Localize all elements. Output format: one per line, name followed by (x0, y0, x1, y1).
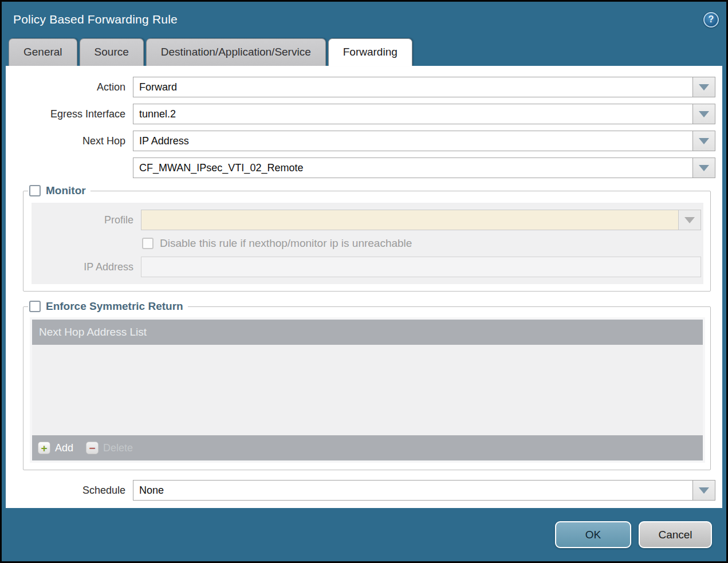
action-row: Action Forward (11, 77, 715, 97)
chevron-down-icon (699, 165, 709, 171)
schedule-dropdown-trigger[interactable] (693, 480, 715, 501)
next-hop-address-row: CF_MWAN_IPsec_VTI_02_Remote (11, 158, 715, 178)
next-hop-address-select[interactable]: CF_MWAN_IPsec_VTI_02_Remote (133, 158, 715, 178)
tab-source[interactable]: Source (80, 38, 144, 66)
monitor-ip-label: IP Address (34, 261, 141, 273)
monitor-panel: Profile Disable this rule if nexthop/mon… (32, 203, 703, 284)
dialog-title: Policy Based Forwarding Rule (13, 13, 178, 26)
schedule-value[interactable]: None (133, 480, 693, 501)
next-hop-address-list-table: Next Hop Address List + Add − Delete (32, 320, 703, 460)
profile-row: Profile (34, 210, 701, 230)
enforce-symmetric-return-fieldset: Enforce Symmetric Return Next Hop Addres… (23, 300, 711, 470)
tab-forwarding[interactable]: Forwarding (328, 38, 412, 66)
action-value[interactable]: Forward (133, 77, 693, 97)
disable-rule-label: Disable this rule if nexthop/monitor ip … (160, 237, 412, 250)
ok-button[interactable]: OK (555, 521, 631, 548)
help-button[interactable]: ? (703, 12, 719, 27)
next-hop-type-value[interactable]: IP Address (133, 131, 693, 151)
enforce-symmetric-return-legend-label: Enforce Symmetric Return (46, 300, 183, 313)
schedule-label: Schedule (11, 485, 133, 497)
next-hop-address-list-header: Next Hop Address List (32, 320, 703, 345)
dialog-footer: OK Cancel (2, 508, 726, 561)
add-plus-icon: + (38, 442, 50, 454)
help-icon: ? (709, 14, 714, 25)
profile-value (141, 210, 679, 230)
monitor-legend: Monitor (28, 184, 90, 197)
tab-destination-application-service[interactable]: Destination/Application/Service (146, 38, 326, 66)
forwarding-tab-panel: Action Forward Egress Interface tunnel.2… (6, 66, 722, 508)
add-button[interactable]: + Add (38, 442, 73, 454)
delete-minus-icon: − (86, 442, 99, 454)
pbf-rule-dialog: Policy Based Forwarding Rule ? General S… (0, 0, 728, 563)
profile-label: Profile (34, 214, 141, 226)
disable-rule-checkbox (142, 238, 154, 249)
enforce-symmetric-return-checkbox[interactable] (29, 301, 41, 312)
next-hop-address-list-header-label: Next Hop Address List (39, 326, 147, 338)
next-hop-address-value[interactable]: CF_MWAN_IPsec_VTI_02_Remote (133, 158, 693, 178)
tab-general[interactable]: General (9, 38, 77, 66)
profile-select (141, 210, 701, 230)
profile-dropdown-trigger (679, 210, 701, 230)
enforce-symmetric-return-legend: Enforce Symmetric Return (28, 300, 188, 313)
egress-interface-dropdown-trigger[interactable] (693, 104, 715, 124)
egress-interface-label: Egress Interface (11, 108, 133, 120)
chevron-down-icon (684, 217, 695, 223)
action-select[interactable]: Forward (133, 77, 715, 97)
action-dropdown-trigger[interactable] (693, 77, 715, 97)
next-hop-row: Next Hop IP Address (11, 131, 715, 151)
tab-bar: General Source Destination/Application/S… (2, 37, 726, 66)
next-hop-address-list-toolbar: + Add − Delete (32, 435, 703, 460)
add-button-label: Add (55, 442, 73, 454)
chevron-down-icon (699, 138, 709, 144)
next-hop-type-select[interactable]: IP Address (133, 131, 715, 151)
monitor-checkbox[interactable] (29, 185, 41, 196)
delete-button: − Delete (86, 442, 133, 454)
chevron-down-icon (699, 487, 709, 494)
chevron-down-icon (699, 84, 709, 90)
next-hop-label: Next Hop (11, 135, 133, 147)
next-hop-type-dropdown-trigger[interactable] (693, 131, 715, 151)
schedule-select[interactable]: None (133, 480, 715, 501)
disable-rule-row: Disable this rule if nexthop/monitor ip … (142, 237, 701, 250)
next-hop-address-list-body[interactable] (32, 345, 703, 435)
monitor-fieldset: Monitor Profile Disable this rule if nex… (23, 184, 711, 292)
monitor-ip-input (141, 257, 701, 277)
next-hop-address-dropdown-trigger[interactable] (693, 158, 715, 178)
cancel-button[interactable]: Cancel (639, 521, 712, 548)
delete-button-label: Delete (103, 442, 133, 454)
egress-interface-value[interactable]: tunnel.2 (133, 104, 693, 124)
monitor-ip-row: IP Address (34, 257, 701, 277)
egress-interface-row: Egress Interface tunnel.2 (11, 104, 715, 124)
action-label: Action (11, 81, 133, 93)
schedule-row: Schedule None (11, 480, 715, 501)
dialog-titlebar: Policy Based Forwarding Rule ? (2, 2, 726, 37)
monitor-legend-label: Monitor (46, 184, 86, 197)
chevron-down-icon (699, 111, 709, 117)
egress-interface-select[interactable]: tunnel.2 (133, 104, 715, 124)
next-hop-address-list-panel: Next Hop Address List + Add − Delete (30, 317, 705, 463)
